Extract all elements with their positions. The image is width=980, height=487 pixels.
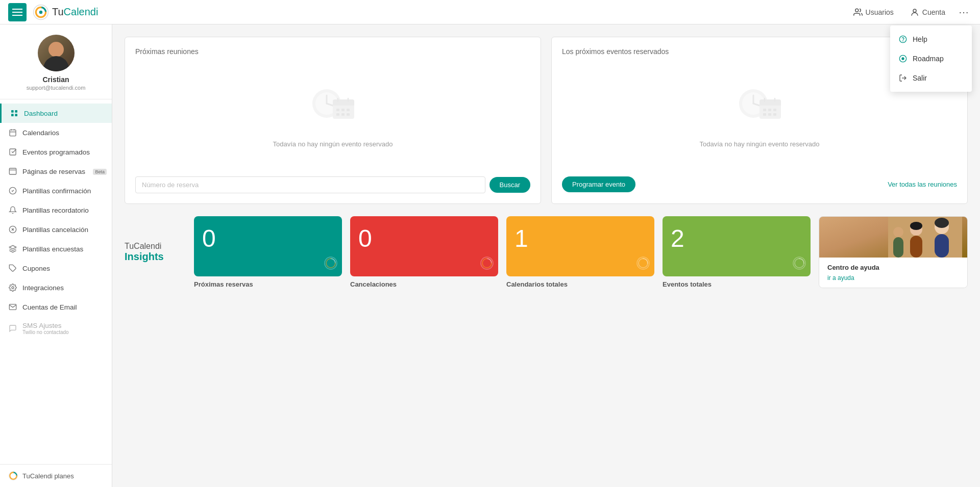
cancelaciones-label: Cancelaciones bbox=[350, 280, 498, 288]
search-input[interactable] bbox=[135, 176, 485, 193]
top-nav-left: TuCalendi bbox=[8, 3, 98, 21]
cuenta-label: Cuenta bbox=[922, 8, 945, 16]
sidebar-label: Plantillas cancelación bbox=[22, 226, 104, 234]
sidebar-item-cuentas-email[interactable]: Cuentas de Email bbox=[0, 297, 112, 317]
help-icon bbox=[898, 35, 908, 44]
sidebar-label: Plantillas encuestas bbox=[22, 245, 104, 253]
top-nav: TuCalendi Usuarios Cuenta ⋯ bbox=[0, 0, 980, 24]
sidebar-item-plantillas-enc[interactable]: Plantillas encuestas bbox=[0, 239, 112, 259]
svg-rect-39 bbox=[341, 113, 345, 116]
proximas-label: Próximas reservas bbox=[194, 280, 342, 288]
cancelaciones-value: 0 bbox=[358, 226, 372, 251]
panels-row: Próximas reuniones bbox=[125, 37, 968, 204]
more-button[interactable]: ⋯ bbox=[955, 3, 972, 21]
logo-icon bbox=[33, 4, 49, 20]
sidebar-item-dashboard[interactable]: Dashboard bbox=[0, 104, 112, 123]
account-icon bbox=[910, 8, 919, 17]
sidebar-label: Integraciones bbox=[22, 284, 104, 292]
insight-card-proximas: 0 bbox=[194, 216, 342, 276]
dropdown-menu: Help Roadmap bbox=[890, 25, 972, 92]
svg-point-2 bbox=[855, 9, 858, 12]
insight-card-cancelaciones: 0 bbox=[350, 216, 498, 276]
proximas-value: 0 bbox=[202, 226, 216, 251]
people-illustration bbox=[819, 217, 967, 258]
help-card: Centro de ayuda ir a ayuda bbox=[819, 216, 968, 288]
help-card-link[interactable]: ir a ayuda bbox=[827, 274, 854, 281]
beta-badge: Beta bbox=[93, 169, 107, 175]
roadmap-label: Roadmap bbox=[913, 55, 944, 63]
svg-rect-38 bbox=[336, 113, 339, 116]
svg-point-69 bbox=[893, 227, 903, 237]
svg-rect-17 bbox=[10, 149, 16, 155]
help-label: Help bbox=[913, 35, 927, 43]
svg-rect-40 bbox=[347, 113, 350, 116]
tucalendi-icon-red bbox=[480, 256, 494, 272]
dropdown-help[interactable]: Help bbox=[890, 30, 972, 49]
tucalendi-icon-teal bbox=[324, 256, 338, 272]
top-nav-right: Usuarios Cuenta ⋯ Help bbox=[847, 3, 972, 21]
svg-point-3 bbox=[913, 9, 916, 12]
tucalendi-icon-orange bbox=[636, 256, 650, 272]
sidebar-footer[interactable]: TuCalendi planes bbox=[0, 464, 112, 487]
insights-label: TuCalendi Insights bbox=[125, 216, 186, 288]
left-panel-empty-text: Todavía no hay ningún evento reservado bbox=[273, 140, 393, 148]
sidebar-label: Calendarios bbox=[22, 129, 104, 137]
svg-point-7 bbox=[902, 58, 904, 60]
sidebar-item-sms[interactable]: SMS Ajustes Twilio no contactado bbox=[0, 317, 112, 340]
cuenta-button[interactable]: Cuenta bbox=[904, 5, 951, 20]
sidebar-item-cupones[interactable]: Cupones bbox=[0, 259, 112, 278]
left-panel-icon bbox=[307, 84, 358, 132]
sidebar-label: Cupones bbox=[22, 265, 104, 272]
dropdown-salir[interactable]: Salir bbox=[890, 68, 972, 88]
svg-rect-10 bbox=[15, 110, 17, 113]
sidebar-item-calendarios[interactable]: Calendarios bbox=[0, 123, 112, 142]
sidebar-item-plantillas-can[interactable]: Plantillas cancelación bbox=[0, 220, 112, 239]
svg-rect-67 bbox=[910, 236, 922, 258]
help-card-body: Centro de ayuda ir a ayuda bbox=[819, 258, 967, 288]
insight-card-wrapper-calendarios: 1 Calendarios totales bbox=[506, 216, 654, 288]
eventos-totales-label: Eventos totales bbox=[663, 280, 811, 288]
ver-todas-link[interactable]: Ver todas las reuniones bbox=[888, 181, 957, 188]
dashboard-icon bbox=[10, 109, 19, 118]
sidebar-item-plantillas-conf[interactable]: Plantillas confirmación bbox=[0, 181, 112, 200]
schedule-button[interactable]: Programar evento bbox=[562, 176, 635, 192]
layers-icon bbox=[8, 244, 17, 253]
bell-icon bbox=[8, 206, 17, 215]
sidebar-nav: Dashboard Calendarios Eventos programado… bbox=[0, 99, 112, 464]
search-row: Buscar bbox=[135, 176, 530, 193]
dropdown-roadmap[interactable]: Roadmap bbox=[890, 49, 972, 68]
search-button[interactable]: Buscar bbox=[489, 177, 530, 193]
help-card-title: Centro de ayuda bbox=[827, 264, 879, 271]
insight-card-wrapper-proximas: 0 Próximas reservas bbox=[194, 216, 342, 288]
svg-rect-64 bbox=[935, 234, 949, 258]
insight-card-wrapper-eventos: 2 Eventos totales bbox=[663, 216, 811, 288]
svg-rect-51 bbox=[768, 109, 771, 111]
svg-rect-54 bbox=[768, 113, 771, 116]
settings-icon bbox=[8, 283, 17, 292]
svg-rect-49 bbox=[760, 104, 781, 106]
check-circle-icon bbox=[8, 186, 17, 195]
svg-rect-9 bbox=[11, 110, 14, 113]
main-content: Próximas reuniones bbox=[112, 24, 980, 487]
profile-email: support@tucalendi.com bbox=[27, 85, 86, 91]
sidebar-item-eventos[interactable]: Eventos programados bbox=[0, 142, 112, 162]
sidebar-label: Páginas de reservas bbox=[22, 168, 104, 175]
svg-point-26 bbox=[12, 287, 14, 289]
sidebar-label: Eventos programados bbox=[22, 148, 104, 156]
left-panel: Próximas reuniones bbox=[125, 37, 541, 204]
sidebar-item-integraciones[interactable]: Integraciones bbox=[0, 278, 112, 297]
hamburger-button[interactable] bbox=[8, 3, 27, 21]
usuarios-button[interactable]: Usuarios bbox=[847, 5, 900, 20]
svg-rect-55 bbox=[773, 113, 776, 116]
svg-point-1 bbox=[39, 10, 42, 13]
hamburger-icon bbox=[10, 7, 24, 18]
usuarios-label: Usuarios bbox=[866, 8, 894, 16]
main-layout: Cristian support@tucalendi.com Dashboard bbox=[0, 24, 980, 487]
sidebar-item-paginas[interactable]: Páginas de reservas Beta bbox=[0, 162, 112, 181]
svg-point-5 bbox=[903, 41, 903, 41]
svg-rect-35 bbox=[336, 109, 339, 111]
sidebar-item-plantillas-rec[interactable]: Plantillas recordatorio bbox=[0, 200, 112, 220]
insight-card-wrapper-cancel: 0 Cancelaciones bbox=[350, 216, 498, 288]
svg-rect-70 bbox=[893, 237, 903, 258]
insights-section: TuCalendi Insights 0 bbox=[125, 216, 968, 288]
